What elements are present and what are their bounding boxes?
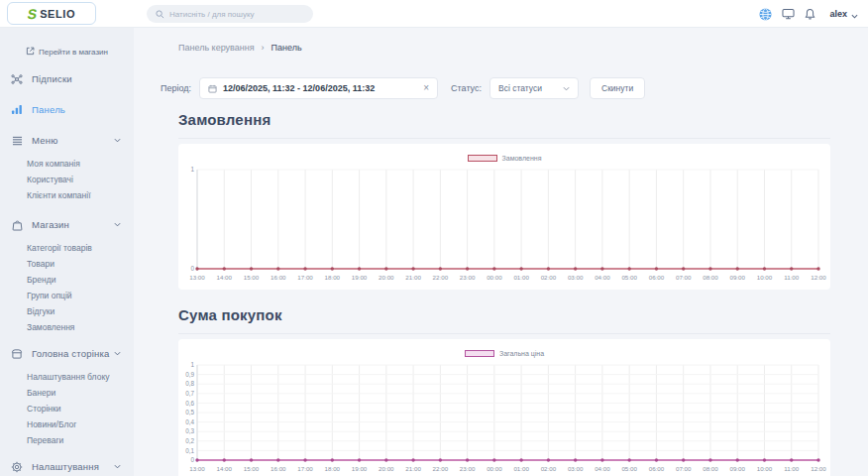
sidebar-subitem-users[interactable]: Користувачі [0, 172, 134, 187]
svg-text:10:00: 10:00 [757, 465, 773, 472]
chevron-down-icon [114, 138, 121, 143]
svg-text:19:00: 19:00 [352, 465, 368, 472]
svg-text:21:00: 21:00 [405, 274, 421, 281]
svg-text:11:00: 11:00 [784, 465, 800, 472]
sidebar-subitem-orders[interactable]: Замовлення [0, 319, 134, 335]
orders-section-title: Замовлення [178, 111, 830, 139]
svg-text:10:00: 10:00 [757, 274, 773, 281]
chevron-down-icon [563, 86, 570, 91]
svg-text:17:00: 17:00 [297, 274, 313, 281]
bell-icon[interactable] [805, 8, 815, 20]
sidebar-item-subscriptions[interactable]: Підписки [0, 63, 134, 94]
svg-text:14:00: 14:00 [217, 465, 233, 472]
svg-text:11:00: 11:00 [784, 274, 800, 281]
globe-icon[interactable] [759, 8, 772, 21]
svg-text:08:00: 08:00 [703, 465, 718, 472]
svg-text:18:00: 18:00 [325, 465, 341, 472]
svg-text:12:00: 12:00 [811, 465, 826, 472]
legend-label: Загальна ціна [499, 350, 544, 357]
sidebar-subitem-block-settings[interactable]: Налаштування блоку [0, 369, 134, 385]
list-icon [10, 136, 24, 146]
svg-text:0,9: 0,9 [185, 371, 194, 378]
user-menu[interactable]: alex [829, 5, 858, 23]
external-link-icon [26, 47, 35, 58]
svg-text:01:00: 01:00 [513, 465, 529, 472]
svg-text:0,1: 0,1 [185, 447, 194, 454]
user-name: alex [829, 9, 847, 19]
sidebar-subitem-option-groups[interactable]: Групи опцій [0, 288, 134, 303]
sidebar-subitem-company-clients[interactable]: Клієнти компанії [0, 187, 134, 203]
sidebar-item-dashboard[interactable]: Панель [0, 94, 134, 125]
breadcrumb-current: Панель [271, 43, 302, 53]
sidebar-subitem-pages[interactable]: Сторінки [0, 401, 134, 416]
svg-text:0: 0 [190, 456, 194, 463]
subitem-label: Банери [27, 388, 55, 398]
breadcrumb-root[interactable]: Панель керування [178, 43, 255, 53]
svg-text:20:00: 20:00 [379, 274, 394, 281]
svg-text:0,3: 0,3 [185, 427, 194, 434]
sidebar-item-label: Меню [32, 135, 57, 146]
sidebar-subitem-news-blog[interactable]: Новини/Блог [0, 416, 134, 432]
status-select[interactable]: Всі статуси [489, 77, 579, 99]
svg-text:09:00: 09:00 [729, 274, 745, 281]
sidebar-subitem-banners[interactable]: Банери [0, 385, 134, 401]
reset-button[interactable]: Скинути [590, 77, 645, 99]
search-input[interactable] [169, 10, 304, 19]
sidebar-item-store[interactable]: Магазин [0, 209, 134, 240]
sidebar-subitem-benefits[interactable]: Переваги [0, 432, 134, 448]
svg-text:07:00: 07:00 [676, 465, 692, 472]
svg-text:13:00: 13:00 [189, 465, 205, 472]
sidebar-item-label: Головна сторінка [32, 348, 110, 359]
period-range-input[interactable]: 12/06/2025, 11:32 - 12/06/2025, 11:32 × [199, 77, 438, 99]
sidebar-subitem-product-categories[interactable]: Категорії товарів [0, 240, 134, 256]
subitem-label: Моя компанія [27, 159, 80, 169]
subitem-label: Товари [27, 259, 54, 269]
subitem-label: Налаштування блоку [27, 372, 109, 382]
svg-text:22:00: 22:00 [433, 274, 449, 281]
nodes-icon [10, 73, 24, 85]
sidebar-item-menu[interactable]: Меню [0, 125, 134, 156]
filter-bar: Період: 12/06/2025, 11:32 - 12/06/2025, … [161, 77, 645, 99]
purchase-sum-chart: 00,10,20,30,40,50,60,70,80,9113:0014:001… [180, 361, 828, 476]
bag-icon [10, 219, 24, 231]
sidebar-subitem-brands[interactable]: Бренди [0, 272, 134, 288]
search-box[interactable] [147, 5, 313, 23]
sidebar-item-homepage[interactable]: Головна сторінка [0, 338, 134, 369]
svg-text:18:00: 18:00 [325, 274, 341, 281]
orders-chart-card: Замовлення 0113:0014:0015:0016:0017:0018… [178, 144, 830, 290]
svg-text:00:00: 00:00 [487, 465, 502, 472]
legend-swatch [468, 155, 497, 162]
svg-text:22:00: 22:00 [433, 465, 449, 472]
purchase-sum-section-title: Сума покупок [178, 306, 830, 334]
svg-text:05:00: 05:00 [621, 465, 637, 472]
go-to-store-label: Перейти в магазин [39, 48, 108, 57]
sidebar-item-settings[interactable]: Налаштування [0, 451, 134, 476]
monitor-icon[interactable] [782, 8, 795, 20]
sidebar-subitem-my-company[interactable]: Моя компанія [0, 156, 134, 172]
svg-text:1: 1 [190, 166, 194, 173]
sidebar-subitem-reviews[interactable]: Відгуки [0, 303, 134, 319]
svg-text:0,2: 0,2 [185, 437, 194, 444]
svg-text:01:00: 01:00 [513, 274, 529, 281]
svg-text:0,8: 0,8 [185, 380, 194, 387]
sidebar-subitem-products[interactable]: Товари [0, 256, 134, 272]
topbar-actions: alex [759, 0, 858, 28]
clear-period-icon[interactable]: × [423, 83, 429, 93]
logo[interactable]: S SELIO [7, 2, 96, 25]
purchase-sum-chart-card: Загальна ціна 00,10,20,30,40,50,60,70,80… [178, 339, 830, 476]
breadcrumb-separator: › [262, 43, 265, 53]
svg-text:23:00: 23:00 [460, 465, 476, 472]
subitem-label: Клієнти компанії [27, 190, 91, 200]
selio-logo-icon: S [27, 7, 39, 21]
sidebar-go-to-store[interactable]: Перейти в магазин [0, 40, 134, 63]
chevron-down-icon [114, 222, 121, 227]
breadcrumb: Панель керування › Панель [178, 43, 302, 53]
chevron-down-icon [114, 464, 121, 469]
gear-icon [10, 461, 24, 473]
topbar: S SELIO alex [0, 0, 868, 28]
subitem-label: Новини/Блог [27, 419, 76, 429]
chevron-down-icon [851, 5, 858, 23]
legend-swatch [465, 350, 494, 357]
sidebar-item-label: Панель [32, 104, 65, 115]
subitem-label: Відгуки [27, 306, 54, 316]
